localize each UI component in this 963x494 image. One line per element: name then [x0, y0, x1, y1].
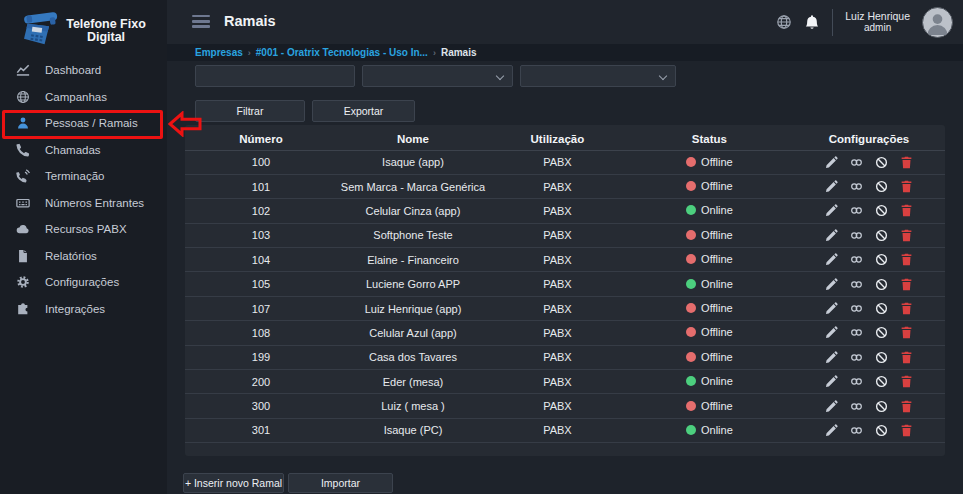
- cell-configuracoes: [793, 199, 945, 223]
- bell-icon[interactable]: [804, 14, 820, 30]
- filter-button[interactable]: Filtrar: [195, 100, 305, 122]
- sidebar-item-label: Chamadas: [45, 144, 101, 156]
- edit-icon[interactable]: [825, 278, 838, 291]
- link-icon[interactable]: [850, 156, 863, 169]
- block-icon[interactable]: [875, 180, 888, 193]
- phone-icon: [15, 142, 31, 157]
- sidebar-item-recursos-pabx[interactable]: Recursos PABX: [0, 216, 167, 243]
- cell-utilizacao: PABX: [489, 321, 626, 345]
- avatar[interactable]: [922, 7, 953, 38]
- sidebar-item-pessoas-ramais[interactable]: Pessoas / Ramais: [0, 110, 167, 137]
- delete-icon[interactable]: [900, 326, 913, 339]
- link-icon[interactable]: [850, 204, 863, 217]
- breadcrumb-link[interactable]: #001 - Oratrix Tecnologias - Uso In...: [256, 47, 428, 58]
- link-icon[interactable]: [850, 253, 863, 266]
- globe-icon[interactable]: [776, 14, 792, 30]
- chevron-down-icon: [659, 72, 667, 80]
- sidebar-item-label: Integrações: [45, 303, 105, 315]
- filter-select-2[interactable]: [520, 65, 676, 87]
- block-icon[interactable]: [875, 302, 888, 315]
- status-dot-icon: [686, 327, 696, 337]
- menu-toggle-icon[interactable]: [192, 15, 210, 31]
- block-icon[interactable]: [875, 229, 888, 242]
- delete-icon[interactable]: [900, 229, 913, 242]
- status-badge: Offline: [686, 253, 733, 265]
- cell-configuracoes: [793, 418, 945, 442]
- table-row: 103 Softphone Teste PABX Offline: [185, 223, 945, 247]
- cell-status: Offline: [626, 296, 793, 320]
- block-icon[interactable]: [875, 375, 888, 388]
- delete-icon[interactable]: [900, 156, 913, 169]
- cell-utilizacao: PABX: [489, 370, 626, 394]
- cell-configuracoes: [793, 394, 945, 418]
- link-icon[interactable]: [850, 326, 863, 339]
- sidebar-item-relat-rios[interactable]: Relatórios: [0, 243, 167, 270]
- table-row: 200 Eder (mesa) PABX Online: [185, 370, 945, 394]
- app-logo[interactable]: Telefone Fixo Digital: [0, 0, 167, 52]
- delete-icon[interactable]: [900, 253, 913, 266]
- delete-icon[interactable]: [900, 400, 913, 413]
- status-label: Offline: [701, 229, 733, 241]
- sidebar-item-n-meros-entrantes[interactable]: Números Entrantes: [0, 190, 167, 217]
- edit-icon[interactable]: [825, 302, 838, 315]
- block-icon[interactable]: [875, 424, 888, 437]
- edit-icon[interactable]: [825, 424, 838, 437]
- chart-icon: [15, 63, 31, 78]
- link-icon[interactable]: [850, 229, 863, 242]
- delete-icon[interactable]: [900, 351, 913, 364]
- link-icon[interactable]: [850, 400, 863, 413]
- edit-icon[interactable]: [825, 400, 838, 413]
- insert-ramal-button[interactable]: + Inserir novo Ramal: [183, 473, 284, 493]
- link-icon[interactable]: [850, 302, 863, 315]
- block-icon[interactable]: [875, 156, 888, 169]
- cell-numero: 300: [185, 394, 337, 418]
- sidebar-item-termina-o[interactable]: Terminação: [0, 163, 167, 190]
- block-icon[interactable]: [875, 204, 888, 217]
- edit-icon[interactable]: [825, 180, 838, 193]
- sidebar-item-chamadas[interactable]: Chamadas: [0, 137, 167, 164]
- block-icon[interactable]: [875, 326, 888, 339]
- status-badge: Offline: [686, 302, 733, 314]
- filter-search-input[interactable]: [195, 65, 355, 87]
- cell-numero: 103: [185, 223, 337, 247]
- status-dot-icon: [686, 425, 696, 435]
- user-menu[interactable]: Luiz Henrique admin: [845, 10, 910, 34]
- delete-icon[interactable]: [900, 278, 913, 291]
- edit-icon[interactable]: [825, 156, 838, 169]
- sidebar-item-configura-es[interactable]: Configurações: [0, 269, 167, 296]
- block-icon[interactable]: [875, 400, 888, 413]
- sidebar-item-dashboard[interactable]: Dashboard: [0, 57, 167, 84]
- edit-icon[interactable]: [825, 229, 838, 242]
- edit-icon[interactable]: [825, 253, 838, 266]
- app-title: Telefone Fixo Digital: [66, 18, 146, 44]
- cell-nome: Eder (mesa): [337, 370, 489, 394]
- filter-select-1[interactable]: [362, 65, 513, 87]
- breadcrumb-link[interactable]: Empresas: [195, 47, 243, 58]
- edit-icon[interactable]: [825, 375, 838, 388]
- block-icon[interactable]: [875, 351, 888, 364]
- cell-status: Offline: [626, 174, 793, 198]
- edit-icon[interactable]: [825, 204, 838, 217]
- delete-icon[interactable]: [900, 302, 913, 315]
- edit-icon[interactable]: [825, 351, 838, 364]
- sidebar-item-campanhas[interactable]: Campanhas: [0, 84, 167, 111]
- cell-configuracoes: [793, 248, 945, 272]
- sidebar-item-label: Recursos PABX: [45, 223, 127, 235]
- export-button[interactable]: Exportar: [312, 100, 415, 122]
- sidebar-item-integra-es[interactable]: Integrações: [0, 296, 167, 323]
- delete-icon[interactable]: [900, 424, 913, 437]
- block-icon[interactable]: [875, 278, 888, 291]
- link-icon[interactable]: [850, 424, 863, 437]
- delete-icon[interactable]: [900, 375, 913, 388]
- delete-icon[interactable]: [900, 180, 913, 193]
- edit-icon[interactable]: [825, 326, 838, 339]
- link-icon[interactable]: [850, 375, 863, 388]
- cell-utilizacao: PABX: [489, 345, 626, 369]
- block-icon[interactable]: [875, 253, 888, 266]
- delete-icon[interactable]: [900, 204, 913, 217]
- import-button[interactable]: Importar: [288, 473, 393, 493]
- link-icon[interactable]: [850, 278, 863, 291]
- link-icon[interactable]: [850, 351, 863, 364]
- breadcrumb: Empresas›#001 - Oratrix Tecnologias - Us…: [167, 44, 963, 61]
- link-icon[interactable]: [850, 180, 863, 193]
